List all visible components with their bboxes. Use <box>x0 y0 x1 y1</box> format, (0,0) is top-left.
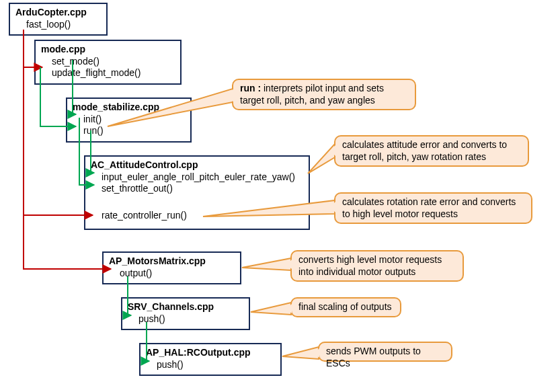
svg-marker-8 <box>251 303 291 315</box>
callout-motors-text: converts high level motor requests into … <box>298 254 442 277</box>
fn-hal-push: push() <box>146 359 275 371</box>
box-arducopter: ArduCopter.cpp fast_loop() <box>9 3 108 36</box>
fn-set-mode: set_mode() <box>41 56 175 68</box>
callout-rate-err-text: calculates rotation rate error and conve… <box>342 196 516 219</box>
title-ap-hal: AP_HAL:RCOutput.cpp <box>146 347 275 359</box>
callout-srv: final scaling of outputs <box>290 297 401 317</box>
callout-rate-err: calculates rotation rate error and conve… <box>334 192 532 224</box>
title-mode: mode.cpp <box>41 44 175 56</box>
callout-hal: sends PWM outputs to ESCs <box>318 342 452 362</box>
fn-init: init() <box>73 114 185 126</box>
title-arducopter: ArduCopter.cpp <box>15 7 101 19</box>
box-ac-attitude: AC_AttitudeControl.cpp input_euler_angle… <box>84 155 310 230</box>
fn-fast-loop: fast_loop() <box>15 19 101 31</box>
callout-attitude-err-text: calculates attitude error and converts t… <box>342 139 507 162</box>
callout-hal-text: sends PWM outputs to ESCs <box>326 346 421 368</box>
fn-srv-push: push() <box>128 313 243 325</box>
svg-marker-6 <box>242 258 291 270</box>
svg-marker-10 <box>282 347 319 359</box>
box-mode-stabilize: mode_stabilize.cpp init() run() <box>66 97 192 143</box>
fn-rate-controller-run: rate_controller_run() <box>91 210 303 222</box>
fn-set-throttle-out: set_throttle_out() <box>91 183 303 195</box>
callout-motors: converts high level motor requests into … <box>290 250 464 282</box>
title-mode-stabilize: mode_stabilize.cpp <box>73 102 185 114</box>
title-ap-motors: AP_MotorsMatrix.cpp <box>109 256 235 268</box>
fn-run: run() <box>73 125 185 137</box>
callout-run-prefix: run : <box>240 83 264 93</box>
fn-output: output() <box>109 268 235 280</box>
box-srv-channels: SRV_Channels.cpp push() <box>121 297 250 330</box>
fn-input-euler: input_euler_angle_roll_pitch_euler_rate_… <box>91 171 303 184</box>
box-ap-motors: AP_MotorsMatrix.cpp output() <box>102 251 241 284</box>
callout-attitude-err: calculates attitude error and converts t… <box>334 135 529 167</box>
title-srv-channels: SRV_Channels.cpp <box>128 301 243 313</box>
box-ap-hal: AP_HAL:RCOutput.cpp push() <box>139 343 282 376</box>
svg-marker-2 <box>308 144 335 173</box>
box-mode: mode.cpp set_mode() update_flight_mode() <box>34 40 182 85</box>
callout-srv-text: final scaling of outputs <box>298 301 392 312</box>
fn-update-flight-mode: update_flight_mode() <box>41 67 175 79</box>
title-ac-attitude: AC_AttitudeControl.cpp <box>91 159 303 171</box>
svg-marker-1 <box>215 89 233 102</box>
callout-run: run : interprets pilot input and sets ta… <box>232 79 416 110</box>
